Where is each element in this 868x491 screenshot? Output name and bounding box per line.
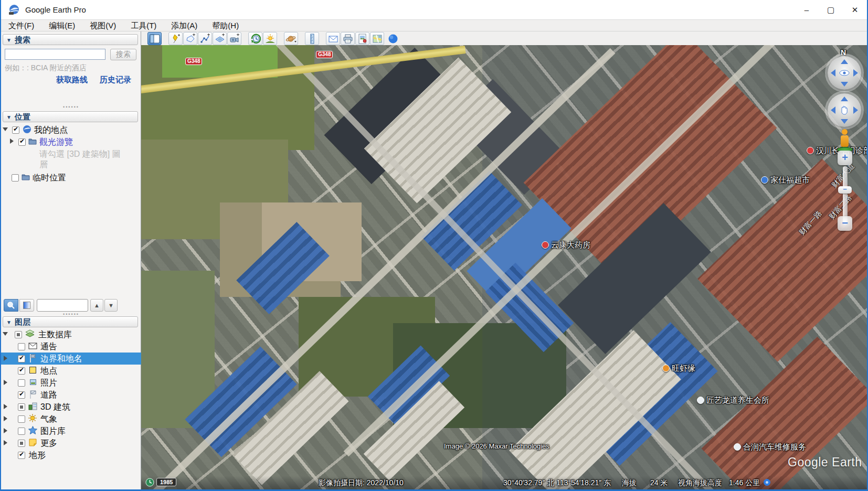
tour-checkbox[interactable] [18,138,26,146]
layer-row-gallery[interactable]: 图片库 [1,425,141,437]
expander-open-icon[interactable] [3,332,8,336]
layer-row-photos[interactable]: 照片 [1,377,141,389]
layer-checkbox[interactable] [18,428,25,435]
expander-closed-icon[interactable] [4,380,7,385]
layer-checkbox[interactable] [18,367,25,375]
layer-row-roads[interactable]: 道路 [1,389,141,401]
email-button[interactable] [326,32,340,45]
menu-add[interactable]: 添加(A) [164,20,205,31]
poi-marker-clinic[interactable] [807,147,814,154]
layer-checkbox[interactable] [18,355,25,362]
layer-row-more[interactable]: 更多 [1,437,141,449]
panel-splitter-handle[interactable]: •••••• [1,106,141,109]
menu-view[interactable]: 视图(V) [82,20,123,31]
layer-checkbox[interactable] [18,403,25,411]
layer-checkbox[interactable] [18,415,25,423]
menu-help[interactable]: 帮助(H) [205,20,246,31]
find-previous-button[interactable]: ▲ [90,299,103,312]
look-down-arrow-icon[interactable] [841,82,848,87]
zoom-slider-handle[interactable]: − [838,186,852,194]
imagery-year-badge[interactable]: 1985 [156,478,176,486]
tree-item-tour[interactable]: 觀光游覽 [1,136,141,148]
tree-item-temporary-places[interactable]: 临时位置 [1,172,141,184]
layer-row-places[interactable]: 地点 [1,365,141,377]
look-joystick[interactable] [828,56,861,90]
map-viewport[interactable]: G348 G348 云康大药房 汉川长丰门诊部 家仕福超市 旺虾缘 匠艺龙道养生… [141,45,868,491]
layers-section-header[interactable]: ▼图层 [3,316,138,327]
layer-checkbox[interactable] [18,391,25,399]
ruler-button[interactable] [305,32,319,45]
print-button[interactable] [341,32,355,45]
look-left-arrow-icon[interactable] [831,69,835,77]
layers-filter-input[interactable] [37,299,88,312]
sunlight-button[interactable] [263,32,277,45]
move-joystick[interactable] [828,93,861,127]
move-left-arrow-icon[interactable] [831,106,835,114]
poi-marker-supermarket[interactable] [761,176,768,184]
expander-open-icon[interactable] [3,127,8,131]
temporary-places-checkbox[interactable] [12,174,19,182]
layer-row-database[interactable]: 主数据库 [1,328,141,340]
layer-row-borders-labels[interactable]: 边界和地名 [1,353,141,365]
zoom-out-button[interactable]: − [838,216,852,231]
layer-row-announcements[interactable]: 通告 [1,340,141,353]
find-next-button[interactable]: ▼ [104,299,118,312]
poi-label[interactable]: 云康大药房 [551,240,590,250]
save-image-button[interactable] [355,32,369,45]
my-places-checkbox[interactable] [12,126,19,134]
search-button[interactable]: 搜索 [110,49,136,60]
expander-closed-icon[interactable] [4,356,7,361]
poi-marker-spa[interactable] [697,397,704,404]
poi-label[interactable]: 合润汽车维修服务 [743,442,806,452]
poi-marker-restaurant[interactable] [662,365,670,372]
poi-label[interactable]: 家仕福超市 [770,175,810,185]
historical-imagery-button[interactable] [248,32,262,45]
search-section-header[interactable]: ▼搜索 [3,34,138,45]
layers-browse-mode-button[interactable] [19,299,34,312]
layer-checkbox[interactable] [18,440,25,447]
record-tour-button[interactable] [227,32,241,45]
add-image-overlay-button[interactable] [213,32,227,45]
expander-closed-icon[interactable] [4,416,7,421]
menu-edit[interactable]: 编辑(E) [41,20,82,31]
sidebar-toggle-button[interactable] [147,32,162,45]
search-history-link[interactable]: 历史记录 [100,75,131,85]
look-up-arrow-icon[interactable] [841,59,848,64]
poi-label[interactable]: 匠艺龙道养生会所 [706,396,769,405]
minimize-button[interactable]: – [795,0,819,20]
layer-row-3d-buildings[interactable]: 3D 建筑 [1,401,141,413]
history-clock-icon[interactable] [145,478,154,487]
expander-closed-icon[interactable] [10,138,14,144]
move-right-arrow-icon[interactable] [853,106,858,114]
search-input[interactable] [5,49,105,60]
expander-closed-icon[interactable] [4,404,7,409]
layer-checkbox[interactable] [15,331,22,338]
poi-marker-auto-repair[interactable] [734,443,741,451]
zoom-in-button[interactable]: + [838,151,852,165]
view-in-google-maps-button[interactable] [370,32,384,45]
planets-button[interactable] [284,32,298,45]
earth-globe-icon[interactable] [388,34,398,44]
get-directions-link[interactable]: 获取路线 [56,75,88,85]
layer-checkbox[interactable] [18,343,25,350]
add-polygon-button[interactable] [183,32,197,45]
layer-checkbox[interactable] [18,379,25,387]
add-path-button[interactable] [198,32,212,45]
close-button[interactable]: ✕ [843,0,867,20]
look-right-arrow-icon[interactable] [853,69,858,77]
expander-closed-icon[interactable] [4,428,7,433]
menu-file[interactable]: 文件(F) [1,20,41,31]
poi-label[interactable]: 旺虾缘 [672,364,695,373]
poi-marker-pharmacy[interactable] [542,241,549,249]
expander-closed-icon[interactable] [4,440,7,445]
layer-row-terrain[interactable]: 地形 [1,449,141,461]
move-down-arrow-icon[interactable] [841,119,848,124]
menu-tools[interactable]: 工具(T) [123,20,164,31]
add-placemark-button[interactable] [168,32,183,45]
move-up-arrow-icon[interactable] [841,97,848,101]
places-section-header[interactable]: ▼位置 [3,111,138,122]
layer-row-weather[interactable]: 气象 [1,413,141,425]
layers-search-mode-button[interactable] [4,299,18,312]
tree-item-my-places[interactable]: 我的地点 [1,124,141,136]
maximize-button[interactable]: ▢ [819,0,843,20]
